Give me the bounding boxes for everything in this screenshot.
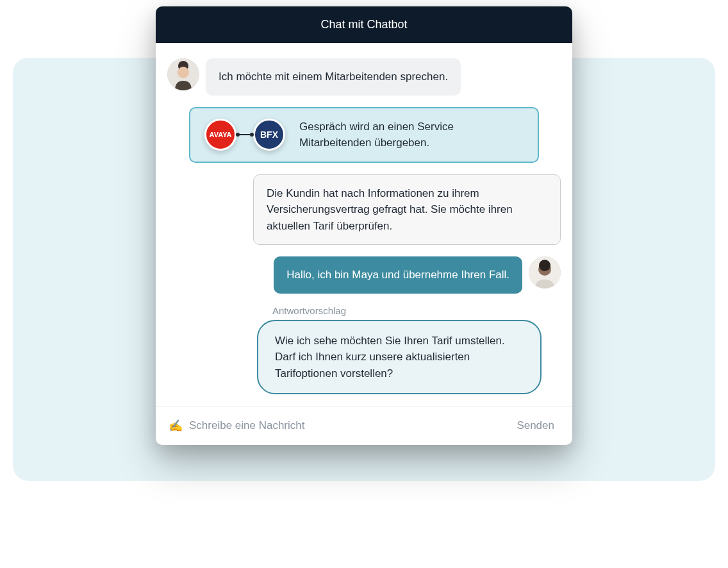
messages-container: Ich möchte mit einem Mitarbeitenden spre… (156, 43, 572, 406)
context-bubble: Die Kundin hat nach Informationen zu ihr… (253, 174, 561, 246)
suggestion-text: Wie ich sehe möchten Sie Ihren Tarif ums… (275, 335, 505, 380)
svg-point-5 (539, 260, 550, 271)
connector-icon (237, 134, 252, 135)
user-avatar (167, 58, 199, 90)
suggestion-label: Antwortvorschlag (272, 305, 542, 316)
chat-title: Chat mit Chatbot (320, 18, 407, 31)
avaya-logo-icon: AVAYA (204, 119, 236, 151)
send-button-label: Senden (517, 419, 554, 431)
suggestion-bubble[interactable]: Wie ich sehe möchten Sie Ihren Tarif ums… (257, 320, 542, 395)
user-message-text: Ich möchte mit einem Mitarbeitenden spre… (219, 71, 448, 83)
handoff-text: Gespräch wird an einen Service Mitarbeit… (299, 119, 524, 151)
svg-point-2 (178, 67, 189, 78)
bfx-logo-text: BFX (260, 129, 278, 140)
suggestion-section: Antwortvorschlag Wie ich sehe möchten Si… (167, 305, 561, 395)
chat-window: Chat mit Chatbot Ich möchte mit einem Mi… (156, 6, 572, 445)
handoff-card: AVAYA BFX Gespräch wird an einen Service… (189, 107, 539, 163)
bfx-logo-icon: BFX (253, 119, 285, 151)
agent-message-row: Hallo, ich bin Maya und übernehme Ihren … (167, 256, 561, 294)
agent-message-bubble: Hallo, ich bin Maya und übernehme Ihren … (274, 256, 522, 294)
handoff-logos: AVAYA BFX (204, 119, 285, 151)
chat-header: Chat mit Chatbot (156, 6, 572, 43)
context-text: Die Kundin hat nach Informationen zu ihr… (267, 187, 513, 232)
message-input[interactable] (189, 419, 505, 432)
avaya-logo-text: AVAYA (210, 131, 232, 138)
agent-avatar (529, 256, 561, 288)
compose-icon: ✍️ (169, 419, 183, 433)
input-bar: ✍️ Senden (156, 406, 572, 445)
user-message-row: Ich möchte mit einem Mitarbeitenden spre… (167, 58, 561, 96)
agent-message-text: Hallo, ich bin Maya und übernehme Ihren … (286, 269, 509, 281)
send-button[interactable]: Senden (511, 417, 559, 435)
context-row: Die Kundin hat nach Informationen zu ihr… (167, 174, 561, 246)
user-message-bubble: Ich möchte mit einem Mitarbeitenden spre… (206, 58, 461, 96)
